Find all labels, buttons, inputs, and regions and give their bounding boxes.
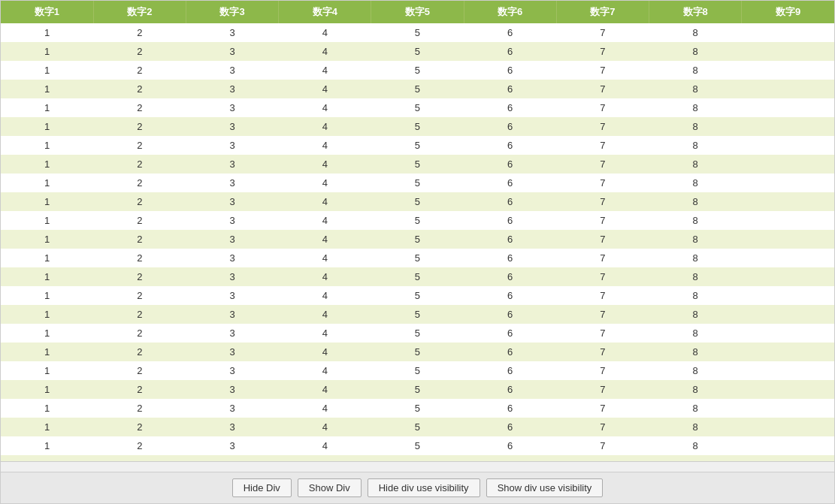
table-cell: 4 — [279, 155, 371, 174]
table-cell: 3 — [186, 436, 278, 455]
table-cell: 4 — [279, 174, 371, 192]
table-cell: 6 — [464, 61, 556, 80]
table-cell — [742, 267, 834, 286]
table-cell: 5 — [371, 211, 464, 230]
table-cell: 5 — [371, 455, 464, 461]
table-cell: 4 — [279, 305, 371, 324]
table-cell: 4 — [279, 324, 371, 343]
table-header-cell: 数字4 — [279, 1, 371, 23]
table-cell — [742, 155, 834, 174]
table-cell: 2 — [93, 380, 186, 399]
table-row: 12345678 — [1, 418, 834, 436]
table-cell: 8 — [649, 380, 742, 399]
table-cell: 4 — [279, 42, 371, 61]
table-cell: 6 — [464, 174, 556, 192]
table-cell — [742, 455, 834, 461]
table-cell: 6 — [464, 80, 556, 98]
table-row: 12345678 — [1, 455, 834, 461]
table-cell — [742, 230, 834, 249]
table-cell: 6 — [464, 98, 556, 117]
table-cell: 5 — [371, 42, 464, 61]
table-row: 12345678 — [1, 305, 834, 324]
table-cell: 5 — [371, 117, 464, 136]
table-cell: 2 — [93, 98, 186, 117]
table-cell: 1 — [1, 455, 93, 461]
table-cell: 1 — [1, 399, 93, 418]
table-cell: 3 — [186, 380, 278, 399]
table-cell: 2 — [93, 23, 186, 42]
hide-div-button[interactable]: Hide Div — [232, 478, 292, 497]
table-cell — [742, 174, 834, 192]
table-cell: 2 — [93, 117, 186, 136]
table-cell: 7 — [556, 155, 649, 174]
table-cell: 3 — [186, 117, 278, 136]
table-row: 12345678 — [1, 343, 834, 361]
table-cell — [742, 399, 834, 418]
footer-bar: Hide Div Show Div Hide div use visibilit… — [1, 472, 834, 503]
table-cell: 8 — [649, 399, 742, 418]
table-cell: 6 — [464, 23, 556, 42]
table-cell: 7 — [556, 267, 649, 286]
table-cell: 1 — [1, 305, 93, 324]
table-cell: 4 — [279, 230, 371, 249]
table-row: 12345678 — [1, 324, 834, 343]
table-cell: 1 — [1, 361, 93, 380]
table-row: 12345678 — [1, 211, 834, 230]
table-cell: 1 — [1, 42, 93, 61]
table-cell: 1 — [1, 380, 93, 399]
table-cell: 7 — [556, 192, 649, 211]
table-cell: 5 — [371, 418, 464, 436]
table-cell: 8 — [649, 42, 742, 61]
table-cell: 1 — [1, 211, 93, 230]
table-cell: 3 — [186, 324, 278, 343]
table-cell: 1 — [1, 418, 93, 436]
table-cell: 1 — [1, 117, 93, 136]
table-header-cell: 数字1 — [1, 1, 93, 23]
table-cell: 6 — [464, 249, 556, 267]
table-cell: 2 — [93, 192, 186, 211]
table-cell: 2 — [93, 324, 186, 343]
table-cell: 6 — [464, 211, 556, 230]
table-cell: 6 — [464, 343, 556, 361]
hide-visibility-button[interactable]: Hide div use visibility — [368, 478, 480, 497]
table-cell — [742, 136, 834, 155]
table-cell: 6 — [464, 286, 556, 305]
table-wrapper[interactable]: 数字1数字2数字3数字4数字5数字6数字7数字8数字9 123456781234… — [1, 1, 834, 461]
table-cell: 6 — [464, 155, 556, 174]
table-cell: 2 — [93, 230, 186, 249]
table-row: 12345678 — [1, 61, 834, 80]
table-row: 12345678 — [1, 42, 834, 61]
table-cell: 8 — [649, 117, 742, 136]
table-cell: 6 — [464, 117, 556, 136]
table-cell: 1 — [1, 192, 93, 211]
table-cell: 1 — [1, 286, 93, 305]
table-row: 12345678 — [1, 98, 834, 117]
table-cell: 8 — [649, 174, 742, 192]
table-cell: 8 — [649, 192, 742, 211]
table-cell: 2 — [93, 174, 186, 192]
show-visibility-button[interactable]: Show div use visibility — [486, 478, 604, 497]
data-table: 数字1数字2数字3数字4数字5数字6数字7数字8数字9 123456781234… — [1, 1, 834, 461]
table-cell: 3 — [186, 455, 278, 461]
show-div-button[interactable]: Show Div — [298, 478, 362, 497]
table-cell: 2 — [93, 343, 186, 361]
table-cell: 8 — [649, 136, 742, 155]
table-cell: 1 — [1, 136, 93, 155]
table-cell: 7 — [556, 98, 649, 117]
horizontal-scrollbar[interactable] — [1, 461, 834, 472]
table-cell: 1 — [1, 23, 93, 42]
table-cell: 5 — [371, 324, 464, 343]
table-cell: 1 — [1, 343, 93, 361]
table-cell: 8 — [649, 98, 742, 117]
table-cell: 4 — [279, 80, 371, 98]
table-cell: 4 — [279, 380, 371, 399]
table-cell: 1 — [1, 174, 93, 192]
table-cell: 7 — [556, 380, 649, 399]
table-cell: 5 — [371, 380, 464, 399]
table-cell: 5 — [371, 399, 464, 418]
table-cell: 4 — [279, 399, 371, 418]
table-cell: 5 — [371, 61, 464, 80]
table-cell: 8 — [649, 211, 742, 230]
table-cell: 7 — [556, 343, 649, 361]
table-cell: 5 — [371, 286, 464, 305]
